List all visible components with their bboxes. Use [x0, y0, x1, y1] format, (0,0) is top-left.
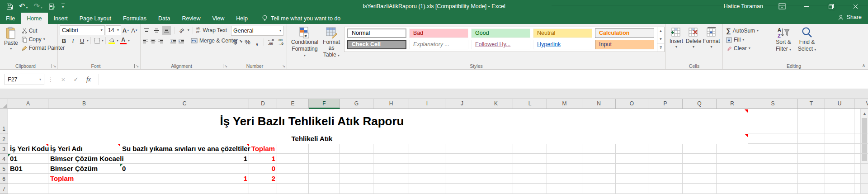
wrap-text-button[interactable]: abc↵ Wrap Text: [196, 27, 227, 34]
orientation-button[interactable]: ab: [178, 26, 186, 35]
grid-cell-S6[interactable]: [748, 174, 798, 184]
grid-cell-O5[interactable]: [616, 164, 648, 174]
column-header-S[interactable]: S: [748, 99, 798, 109]
name-box[interactable]: F27 ▾: [5, 74, 44, 85]
style-good[interactable]: Good: [471, 28, 530, 38]
grid-cell-U7[interactable]: [825, 184, 854, 194]
cell-D3[interactable]: Toplam: [249, 144, 277, 154]
tab-data[interactable]: Data: [152, 13, 176, 24]
grid-cell-G6[interactable]: [340, 174, 373, 184]
grid-cell-G5[interactable]: [340, 164, 373, 174]
style-explanatory[interactable]: Explanatory ...: [409, 40, 468, 49]
column-header-R[interactable]: R: [717, 99, 748, 109]
conditional-formatting-button[interactable]: ≠ Conditional Formatting ▾: [289, 25, 321, 59]
row-header-3[interactable]: 3: [0, 144, 8, 154]
grid-cell-R7[interactable]: [717, 184, 748, 194]
grid-cell-G7[interactable]: [340, 184, 373, 194]
font-family-select[interactable]: Calibri▾: [60, 25, 105, 35]
gallery-scroll-up-icon[interactable]: ▲: [657, 27, 664, 35]
user-name[interactable]: Hatice Toraman: [724, 3, 763, 9]
decrease-indent-button[interactable]: [170, 36, 176, 45]
column-header-A[interactable]: A: [8, 99, 48, 109]
column-header-D[interactable]: D: [249, 99, 277, 109]
grid-cell-T4[interactable]: [798, 154, 825, 164]
grid-cell-F5[interactable]: [309, 164, 340, 174]
paste-button[interactable]: Paste ▾: [2, 25, 20, 62]
grid-cell-P4[interactable]: [648, 154, 683, 164]
delete-cells-button[interactable]: Delete ▾: [685, 25, 702, 62]
cell-A3[interactable]: İş Yeri Kodu: [8, 144, 48, 154]
grid-cell-Q3[interactable]: [683, 144, 717, 154]
accounting-format-button[interactable]: $: [231, 38, 240, 47]
column-header-I[interactable]: I: [409, 99, 445, 109]
grid-cell-Q6[interactable]: [683, 174, 717, 184]
grid-cell-S5[interactable]: [748, 164, 798, 174]
grid-cell-I5[interactable]: [409, 164, 445, 174]
grid-cell-V4[interactable]: [854, 154, 868, 164]
number-format-select[interactable]: General▾: [231, 26, 283, 36]
grid-cell-J4[interactable]: [445, 154, 479, 164]
grid-cell-O7[interactable]: [616, 184, 648, 194]
grid-cell-V1[interactable]: [854, 109, 868, 133]
orientation-caret-icon[interactable]: ▾: [188, 28, 189, 32]
grid-cell-B7[interactable]: [48, 184, 120, 194]
grid-cell-R3[interactable]: [717, 144, 748, 154]
grid-cell-N7[interactable]: [582, 184, 616, 194]
grid-cell-S4[interactable]: [748, 154, 798, 164]
grid-cell-I7[interactable]: [409, 184, 445, 194]
row-header-2[interactable]: 2: [0, 133, 8, 144]
font-dialog-launcher-icon[interactable]: ↘: [134, 64, 139, 68]
close-button[interactable]: [850, 1, 861, 11]
grid-cell-T5[interactable]: [798, 164, 825, 174]
column-header-M[interactable]: M: [547, 99, 582, 109]
ribbon-display-options-icon[interactable]: [777, 1, 788, 11]
font-color-caret-icon[interactable]: ▾: [128, 39, 130, 43]
cell-D4[interactable]: 1: [249, 154, 277, 164]
grid-cell-J7[interactable]: [445, 184, 479, 194]
bottom-align-button[interactable]: [162, 26, 170, 35]
tab-home[interactable]: Home: [21, 13, 47, 24]
column-header-J[interactable]: J: [445, 99, 479, 109]
document-check-icon[interactable]: [48, 3, 56, 10]
minimize-button[interactable]: [801, 1, 812, 11]
column-header-P[interactable]: P: [648, 99, 683, 109]
middle-align-button[interactable]: [152, 26, 160, 35]
grid-cell-V2[interactable]: [854, 133, 868, 144]
increase-font-size-button[interactable]: A▲: [122, 26, 130, 35]
select-all-corner[interactable]: [0, 99, 8, 109]
top-align-button[interactable]: [142, 26, 151, 35]
tab-page-layout[interactable]: Page Layout: [74, 13, 117, 24]
grid-cell-O3[interactable]: [616, 144, 648, 154]
grid-cell-V5[interactable]: [854, 164, 868, 174]
grid-cell-F7[interactable]: [309, 184, 340, 194]
grid-cell-L4[interactable]: [513, 154, 547, 164]
merged-cell-row1[interactable]: İş Yeri Bazlı Tehlikeli Atık Raporu: [8, 109, 616, 133]
grid-cell-N4[interactable]: [582, 154, 616, 164]
column-header-T[interactable]: T: [798, 99, 825, 109]
autosum-button[interactable]: ∑ AutoSum ▾: [725, 26, 772, 35]
grid-cell-F3[interactable]: [309, 144, 340, 154]
font-size-select[interactable]: 14▾: [106, 25, 121, 35]
column-header-B[interactable]: B: [48, 99, 120, 109]
grid-cell-N3[interactable]: [582, 144, 616, 154]
style-check-cell[interactable]: Check Cell: [347, 40, 406, 49]
grid-cell-E5[interactable]: [277, 164, 309, 174]
grid-cell-T6[interactable]: [798, 174, 825, 184]
grid-cell-P3[interactable]: [648, 144, 683, 154]
grid-cell-I3[interactable]: [409, 144, 445, 154]
italic-button[interactable]: I: [69, 36, 77, 45]
fill-color-caret-icon[interactable]: ▾: [117, 39, 118, 43]
grid-cell-H3[interactable]: [373, 144, 409, 154]
undo-button[interactable]: ↶▾: [19, 3, 28, 9]
cell-C4[interactable]: 1: [120, 154, 249, 164]
grid-cell-F4[interactable]: [309, 154, 340, 164]
row-header-4[interactable]: 4: [0, 154, 8, 164]
customize-qat-button[interactable]: ▾: [61, 4, 65, 9]
grid-cell-I4[interactable]: [409, 154, 445, 164]
row-header-6[interactable]: 6: [0, 174, 8, 184]
grid-cell-V3[interactable]: [854, 144, 868, 154]
grid-cell-V7[interactable]: [854, 184, 868, 194]
clear-button[interactable]: Clear ▾: [725, 45, 772, 52]
grid-cell-D7[interactable]: [249, 184, 277, 194]
tab-insert[interactable]: Insert: [48, 13, 74, 24]
